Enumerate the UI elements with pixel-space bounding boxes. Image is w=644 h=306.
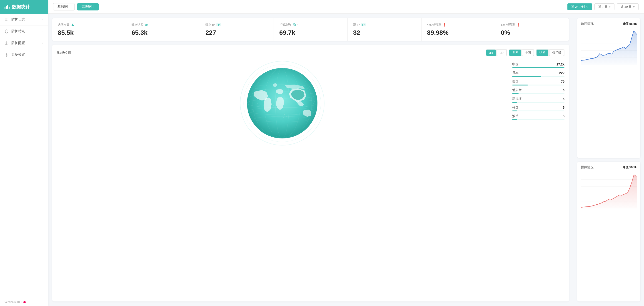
btn-blocked-only[interactable]: 仅拦截 bbox=[549, 50, 564, 56]
svg-point-8 bbox=[147, 24, 148, 25]
log-icon bbox=[4, 18, 9, 22]
country-bar-usa bbox=[512, 85, 528, 86]
stat-src-ip-title: 源 IP bbox=[353, 23, 360, 27]
sidebar-item-settings[interactable]: 系统设置 bbox=[0, 49, 48, 61]
tab-advanced[interactable]: 高级统计 bbox=[77, 3, 98, 11]
country-val-singapore: 5 bbox=[563, 97, 564, 101]
time-btn-7d[interactable]: 近 7 天 ↻ bbox=[594, 4, 614, 10]
svg-rect-3 bbox=[5, 21, 8, 21]
svg-point-27 bbox=[286, 116, 287, 117]
country-bar-ireland bbox=[512, 93, 518, 94]
persons-icon bbox=[145, 23, 149, 27]
info-icon-blocked[interactable]: ℹ bbox=[298, 23, 298, 27]
country-item-singapore: 新加坡 5 bbox=[512, 97, 564, 103]
stat-uv-title: 独立访客 bbox=[132, 23, 144, 27]
chart-header-access: 访问情况 峰值 56.5k bbox=[581, 22, 637, 26]
svg-point-6 bbox=[72, 24, 73, 25]
country-item-korea: 韩国 5 bbox=[512, 106, 564, 111]
svg-point-32 bbox=[259, 105, 260, 106]
svg-point-24 bbox=[275, 108, 276, 108]
svg-point-25 bbox=[272, 109, 272, 109]
svg-rect-1 bbox=[5, 19, 8, 19]
country-name-japan: 日本 bbox=[512, 71, 518, 75]
time-btn-24h[interactable]: 近 24 小时 ↻ bbox=[568, 4, 592, 10]
country-name-usa: 美国 bbox=[512, 80, 518, 84]
stat-4xx: 4xx 错误率 ❗ 89.98% bbox=[422, 18, 496, 41]
settings-icon bbox=[4, 53, 9, 57]
time-btn-30d[interactable]: 近 30 天 ↻ bbox=[617, 4, 638, 10]
stat-ip-tag: IP bbox=[216, 23, 221, 26]
country-bar-singapore bbox=[512, 102, 517, 103]
svg-point-31 bbox=[257, 103, 258, 104]
country-item-china: 中国 27.2k bbox=[512, 62, 564, 68]
btn-3d[interactable]: 3D bbox=[486, 50, 496, 56]
svg-point-23 bbox=[273, 105, 274, 106]
app-title: 数据统计 bbox=[12, 4, 30, 10]
chart-peak-blocked: 峰值 56.5k bbox=[623, 165, 637, 169]
refresh-icon-24h: ↻ bbox=[586, 5, 588, 8]
main-area: 基础统计 高级统计 近 24 小时 ↻ 近 7 天 ↻ 近 30 天 ↻ bbox=[48, 0, 644, 306]
svg-point-26 bbox=[284, 114, 285, 115]
stat-blocked-title: 拦截次数 bbox=[279, 23, 291, 27]
svg-point-28 bbox=[283, 117, 284, 118]
country-list: 中国 27.2k 日本 222 bbox=[512, 60, 564, 120]
country-name-korea: 韩国 bbox=[512, 106, 518, 110]
svg-rect-2 bbox=[5, 20, 7, 20]
stat-visits: 访问次数 85.5k bbox=[52, 18, 126, 41]
map-title: 地理位置 bbox=[57, 51, 71, 55]
country-name-china: 中国 bbox=[512, 62, 518, 66]
refresh-icon-30d: ↻ bbox=[633, 5, 635, 8]
country-bar-poland bbox=[512, 119, 517, 120]
country-name-singapore: 新加坡 bbox=[512, 97, 522, 101]
map-body: 中国 27.2k 日本 222 bbox=[57, 60, 564, 146]
access-chart-svg bbox=[581, 29, 637, 65]
tab-basic[interactable]: 基础统计 bbox=[53, 3, 74, 11]
stat-unique-visitors: 独立访客 65.3k bbox=[126, 18, 200, 41]
sidebar-item-log[interactable]: 防护日志 › bbox=[0, 14, 48, 26]
stats-row: 访问次数 85.5k 独立访客 65.3k 独立 IP bbox=[52, 18, 569, 41]
stat-source-ip: 源 IP IP 32 bbox=[348, 18, 422, 41]
sidebar-logo: 数据统计 bbox=[0, 0, 48, 14]
country-val-korea: 5 bbox=[563, 106, 564, 109]
chart-card-blocked: 拦截情况 峰值 56.5k bbox=[577, 162, 640, 301]
btn-visit[interactable]: 访问 bbox=[536, 50, 548, 56]
stat-5xx: 5xx 错误率 ❗ 0% bbox=[496, 18, 569, 41]
view-toggle: 3D 2D bbox=[486, 49, 507, 56]
chart-card-access: 访问情况 峰值 56.5k bbox=[577, 18, 640, 158]
chevron-icon-site: › bbox=[42, 30, 43, 33]
country-name-ireland: 爱尔兰 bbox=[512, 88, 522, 92]
config-icon bbox=[4, 41, 9, 45]
version-text: Version 6.10.1 bbox=[4, 300, 22, 304]
sidebar-label-config: 防护配置 bbox=[11, 41, 25, 45]
btn-china[interactable]: 中国 bbox=[522, 50, 534, 56]
sidebar-item-config[interactable]: 防护配置 › bbox=[0, 37, 48, 49]
svg-rect-0 bbox=[5, 18, 8, 19]
chart-peak-access: 峰值 56.5k bbox=[623, 22, 637, 26]
chevron-icon-log: › bbox=[42, 18, 43, 21]
stat-ip-title: 独立 IP bbox=[206, 23, 215, 27]
country-item-ireland: 爱尔兰 6 bbox=[512, 88, 564, 94]
country-bar-korea bbox=[512, 111, 517, 111]
chevron-icon-config: › bbox=[42, 42, 43, 45]
left-panel: 访问次数 85.5k 独立访客 65.3k 独立 IP bbox=[48, 14, 574, 306]
right-panel: 访问情况 峰值 56.5k bbox=[574, 14, 644, 306]
map-header: 地理位置 3D 2D 世界 中国 访问 仅拦截 bbox=[57, 49, 564, 56]
country-val-ireland: 6 bbox=[563, 88, 564, 92]
sidebar-label-site: 防护站点 bbox=[11, 29, 25, 34]
chart-header-blocked: 拦截情况 峰值 56.5k bbox=[581, 165, 637, 169]
region-toggle: 世界 中国 bbox=[509, 49, 534, 56]
country-val-japan: 222 bbox=[559, 71, 564, 75]
btn-world[interactable]: 世界 bbox=[509, 50, 521, 56]
sidebar-item-site[interactable]: 防护站点 › bbox=[0, 26, 48, 37]
chart-title-access: 访问情况 bbox=[581, 22, 594, 26]
country-bar-china bbox=[512, 67, 564, 68]
stat-blocked: 拦截次数 ℹ 69.7k bbox=[274, 18, 348, 41]
refresh-icon-7d: ↻ bbox=[608, 5, 610, 8]
stat-5xx-title: 5xx 错误率 bbox=[501, 23, 515, 27]
btn-2d[interactable]: 2D bbox=[497, 50, 506, 56]
chart-area-blocked bbox=[581, 172, 637, 208]
stat-src-ip-tag: IP bbox=[361, 23, 366, 26]
svg-point-7 bbox=[146, 24, 146, 25]
version-dot bbox=[24, 301, 26, 303]
blocked-chart-svg bbox=[581, 172, 637, 208]
